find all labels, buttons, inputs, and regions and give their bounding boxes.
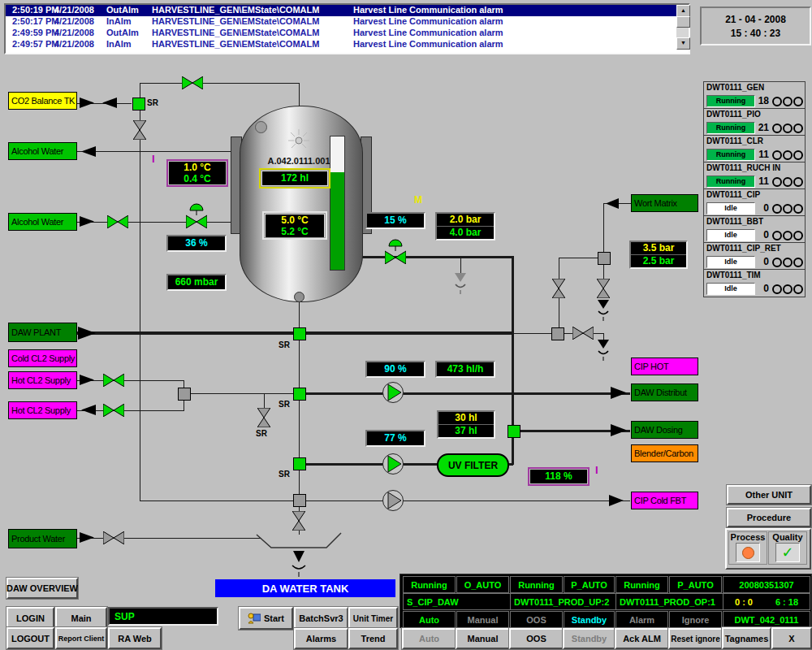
- alarm-list[interactable]: 2:50:19 PM 4/21/2008 OutAlm HARVESTLINE_…: [4, 3, 690, 54]
- unit-status-row[interactable]: DWT0111_CLR Running 11: [703, 135, 806, 163]
- unit-status-row[interactable]: DWT0111_PIO Running 21: [703, 108, 806, 136]
- route-node[interactable]: [293, 457, 306, 470]
- state-lamp-icon: [783, 177, 793, 187]
- check-icon: ✓: [781, 545, 793, 560]
- scrollbar-thumb[interactable]: [676, 16, 690, 28]
- start-icon: [248, 613, 261, 624]
- state-lamp-icon: [793, 284, 803, 294]
- valve-wort-drain[interactable]: [597, 279, 610, 298]
- uv-filter[interactable]: UV FILTER: [437, 453, 509, 477]
- flow-arrow-icon: [81, 146, 96, 157]
- scroll-up-icon[interactable]: ▲: [676, 5, 690, 17]
- alarm-row[interactable]: 2:49:57 PM 4/21/2008 InAlm HARVESTLINE_G…: [6, 39, 689, 50]
- trend-button[interactable]: Trend: [348, 628, 398, 649]
- label-cold-cl2-supply[interactable]: Cold CL2 Supply: [8, 349, 77, 367]
- route-node-inactive[interactable]: [551, 327, 564, 340]
- control-valve-tank-inlet[interactable]: [186, 203, 207, 228]
- label-daw-plant[interactable]: DAW PLANT: [8, 323, 77, 342]
- route-node-inactive[interactable]: [178, 388, 191, 401]
- label-wort-matrix[interactable]: Wort Matrix: [631, 194, 698, 212]
- state-lamp-icon: [783, 258, 793, 267]
- alarms-button[interactable]: Alarms: [294, 628, 348, 649]
- batchsvr-button[interactable]: BatchSvr3: [294, 607, 348, 630]
- logout-button[interactable]: LOGOUT: [6, 627, 54, 649]
- unit-status-row[interactable]: DWT0111_RUCH IN Running 11: [703, 162, 806, 190]
- unit-status-row[interactable]: DWT0111_GEN Running 18: [703, 81, 806, 110]
- pump-distribution[interactable]: [382, 381, 404, 404]
- readout-dosing-volume: 30 hl37 hl: [437, 410, 495, 439]
- unit-status-row[interactable]: DWT0111_CIP Idle 0: [703, 188, 806, 217]
- quality-indicator[interactable]: Quality ✓: [768, 531, 807, 565]
- manual-button[interactable]: Manual: [456, 628, 510, 649]
- label-alcohol-water-1[interactable]: Alcohol Water: [8, 142, 77, 160]
- daw-overview-button[interactable]: DAW OVERVIEW: [6, 578, 78, 599]
- valve-sample-sr[interactable]: [257, 408, 270, 427]
- valve-alcohol-inlet[interactable]: [107, 215, 128, 228]
- label-blender-carbon[interactable]: Blender/Carbon: [631, 444, 698, 462]
- manhole-icon: [255, 121, 267, 133]
- route-node[interactable]: [293, 327, 306, 340]
- flow-arrow-icon: [611, 424, 627, 436]
- state-lamp-icon: [793, 258, 803, 267]
- process-indicator[interactable]: Process: [728, 531, 767, 565]
- label-daw-distribut[interactable]: DAW Distribut: [631, 384, 698, 401]
- pump-cip-return[interactable]: [382, 489, 404, 512]
- ack-alarm-button[interactable]: Ack ALM: [615, 628, 669, 649]
- valve-product-water[interactable]: [103, 531, 124, 544]
- state-lamp-icon: [772, 284, 782, 294]
- label-cip-cold-fbt[interactable]: CIP Cold FBT: [631, 492, 698, 509]
- unit-status-row[interactable]: DWT0111_TIM Idle 0: [703, 269, 806, 297]
- pump-uv-dosing[interactable]: [382, 453, 404, 475]
- drain-icon: [454, 273, 467, 294]
- auto-button[interactable]: Auto: [402, 628, 456, 649]
- unit-status-row[interactable]: DWT0111_CIP_RET Idle 0: [703, 242, 806, 271]
- valve-co2-line[interactable]: [182, 76, 203, 89]
- control-valve-tank-outlet[interactable]: [385, 239, 406, 264]
- route-node[interactable]: [132, 98, 145, 110]
- close-button[interactable]: X: [771, 627, 812, 649]
- oos-button[interactable]: OOS: [509, 628, 564, 649]
- valve-hot-cl2-out[interactable]: [103, 374, 124, 387]
- tagnames-button[interactable]: Tagnames: [722, 627, 771, 649]
- label-hot-cl2-supply-out[interactable]: Hot CL2 Supply: [8, 371, 77, 389]
- route-node[interactable]: [508, 425, 520, 438]
- status-badge: Running: [706, 176, 755, 188]
- drain-funnel: [255, 526, 343, 577]
- standby-button[interactable]: Standby: [563, 628, 615, 649]
- other-unit-button[interactable]: Other UNIT: [727, 485, 811, 505]
- valve-drain-branch[interactable]: [572, 327, 594, 340]
- route-node[interactable]: [293, 388, 306, 401]
- procedure-button[interactable]: Procedure: [727, 508, 811, 527]
- ra-web-button[interactable]: RA Web: [108, 627, 162, 649]
- unit-timer-button[interactable]: Unit Timer: [348, 607, 398, 630]
- login-button[interactable]: LOGIN: [6, 607, 54, 629]
- label-daw-dosing[interactable]: DAW Dosing: [631, 421, 698, 439]
- alarm-scrollbar[interactable]: ▲ ▼: [676, 5, 689, 50]
- valve-wort-branch[interactable]: [552, 279, 565, 298]
- label-product-water[interactable]: Product Water: [8, 529, 77, 548]
- route-node-inactive[interactable]: [598, 252, 611, 265]
- readout-outlet-pressure: 2.0 bar4.0 bar: [435, 212, 495, 240]
- alarm-row[interactable]: 2:49:59 PM 4/21/2008 OutAlm HARVESTLINE_…: [6, 28, 689, 39]
- flow-arrow-icon: [80, 98, 96, 108]
- label-co2-balance-tk[interactable]: CO2 Balance TK: [8, 92, 77, 110]
- label-cip-hot[interactable]: CIP HOT: [631, 358, 698, 375]
- flow-arrow-icon: [80, 375, 94, 385]
- label-alcohol-water-2[interactable]: Alcohol Water: [8, 213, 77, 231]
- scroll-down-icon[interactable]: ▼: [676, 37, 690, 50]
- time-display: 15 : 40 : 23: [731, 28, 780, 39]
- alarm-row[interactable]: 2:50:17 PM 4/21/2008 InAlm HARVESTLINE_G…: [6, 16, 689, 28]
- unit-status-row[interactable]: DWT0111_BBT Idle 0: [703, 215, 806, 244]
- label-hot-cl2-supply-ret[interactable]: Hot CL2 Supply: [8, 401, 77, 419]
- route-node-inactive[interactable]: [293, 494, 306, 507]
- user-field: SUP: [108, 607, 218, 626]
- start-button[interactable]: Start: [239, 607, 293, 630]
- valve-vent[interactable]: [133, 120, 146, 140]
- report-client-button[interactable]: Report Client: [55, 627, 107, 649]
- valve-hot-cl2-ret[interactable]: [103, 404, 124, 417]
- readout-inlet-valve-pos: 36 %: [166, 235, 227, 252]
- main-button[interactable]: Main: [55, 607, 107, 629]
- reset-ignore-button[interactable]: Reset ignore: [668, 628, 723, 649]
- flow-arrow-icon: [80, 532, 94, 543]
- alarm-row[interactable]: 2:50:19 PM 4/21/2008 OutAlm HARVESTLINE_…: [6, 5, 689, 16]
